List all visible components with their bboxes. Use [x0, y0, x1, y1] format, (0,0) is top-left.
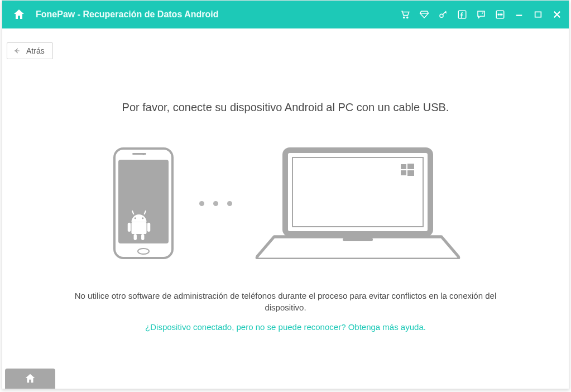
title-bar: FonePaw - Recuperación de Datos Android	[2, 1, 569, 28]
svg-point-5	[498, 14, 499, 15]
app-window: FonePaw - Recuperación de Datos Android	[2, 0, 569, 389]
facebook-icon	[457, 9, 467, 20]
svg-point-24	[135, 217, 136, 219]
svg-rect-9	[535, 12, 541, 17]
android-phone-image	[110, 147, 177, 259]
svg-point-6	[500, 14, 501, 15]
svg-rect-29	[407, 164, 414, 169]
minimize-icon	[514, 9, 524, 20]
maximize-button[interactable]	[532, 8, 544, 21]
close-icon	[552, 9, 562, 20]
more-icon	[495, 9, 505, 20]
svg-rect-3	[458, 11, 466, 18]
feedback-icon	[476, 9, 486, 20]
app-title: FonePaw - Recuperación de Datos Android	[36, 9, 218, 20]
svg-rect-17	[132, 222, 147, 235]
facebook-button[interactable]	[456, 8, 468, 21]
svg-point-25	[142, 217, 143, 219]
svg-rect-33	[343, 238, 373, 241]
home-icon	[12, 8, 26, 21]
diamond-icon	[419, 9, 429, 20]
register-button[interactable]	[437, 8, 449, 21]
upgrade-button[interactable]	[418, 8, 430, 21]
svg-rect-19	[147, 223, 150, 232]
svg-rect-28	[401, 164, 406, 169]
instruction-note: No utilice otro software de administraci…	[57, 290, 515, 313]
svg-point-7	[501, 14, 502, 15]
arrow-left-icon	[13, 47, 21, 55]
home-button[interactable]	[11, 7, 27, 22]
svg-point-2	[440, 14, 443, 17]
titlebar-actions	[399, 8, 563, 21]
svg-rect-31	[407, 170, 414, 176]
menu-button[interactable]	[494, 8, 506, 21]
cart-icon	[400, 9, 410, 20]
svg-rect-18	[128, 223, 131, 232]
home-icon	[24, 372, 36, 385]
svg-rect-26	[285, 150, 430, 234]
cart-button[interactable]	[399, 8, 411, 21]
svg-point-0	[404, 17, 405, 18]
close-button[interactable]	[551, 8, 563, 21]
maximize-icon	[534, 10, 543, 19]
main-content: Por favor, conecte su dispositivo Androi…	[2, 28, 569, 332]
svg-point-16	[138, 248, 149, 254]
page-title: Por favor, conecte su dispositivo Androi…	[2, 101, 569, 114]
help-link[interactable]: ¿Dispositivo conectado, pero no se puede…	[2, 322, 569, 332]
feedback-button[interactable]	[475, 8, 487, 21]
connect-illustration	[2, 147, 569, 259]
laptop-image	[255, 147, 461, 259]
svg-rect-15	[132, 153, 146, 155]
svg-rect-30	[401, 170, 406, 175]
svg-point-1	[407, 17, 408, 18]
connection-dots	[199, 201, 232, 206]
minimize-button[interactable]	[513, 8, 525, 21]
key-icon	[438, 9, 448, 20]
svg-rect-21	[141, 234, 144, 240]
back-label: Atrás	[26, 46, 45, 55]
svg-rect-20	[134, 234, 137, 240]
bottom-home-tab[interactable]	[5, 369, 55, 389]
back-button[interactable]: Atrás	[7, 42, 53, 59]
